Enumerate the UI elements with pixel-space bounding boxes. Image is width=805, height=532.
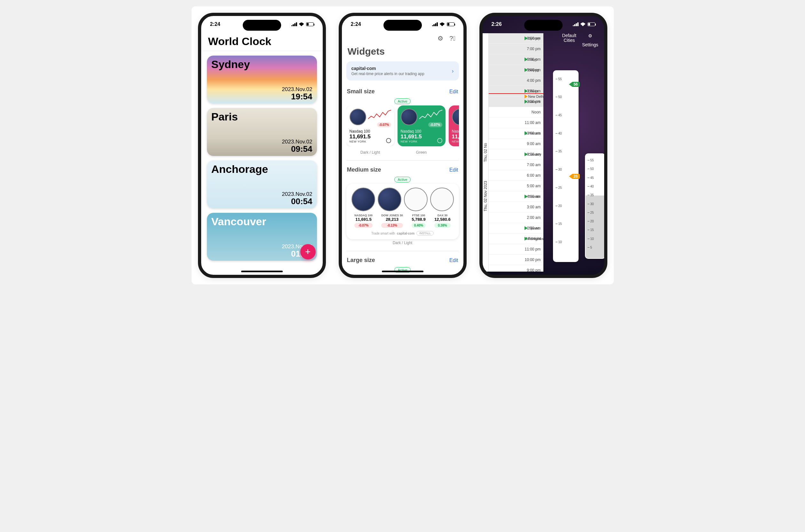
city-time: 19:54 [291, 92, 312, 101]
refresh-icon [437, 138, 442, 143]
index-city: NEW Y [452, 140, 459, 143]
ruler-marker[interactable]: 26 [571, 174, 580, 179]
city-pin[interactable]: Toronto [525, 195, 540, 198]
date-label-upper: Thu, 02 No [482, 33, 489, 271]
settings-button[interactable]: ⚙ Settings [582, 33, 598, 47]
status-time: 2:26 [492, 21, 502, 27]
city-card[interactable]: Paris 2023.Nov.02 09:54 [207, 108, 317, 156]
triangle-icon [525, 89, 528, 93]
wifi-icon [440, 22, 445, 26]
home-indicator[interactable] [382, 271, 423, 272]
index-value: 5,788.9 [411, 217, 425, 222]
phone-world-clock: 2:24 World Clock Sydney 2023.Nov.02 19:5… [198, 13, 326, 278]
ruler-marker[interactable]: 56 [571, 82, 580, 87]
small-size-label: Small size [347, 88, 375, 95]
ruler-small[interactable]: 555045403530252015105 [585, 153, 605, 259]
index-city: NEW YORK [401, 140, 442, 143]
clock-icon [452, 109, 459, 125]
city-pin[interactable]: Dhaka [525, 89, 538, 93]
wifi-icon [581, 22, 586, 26]
time-column[interactable]: Thu, 02 No 8:00 pm7:00 pm6:00 pm5:00 pm4… [482, 33, 543, 271]
small-widget[interactable]: -0.07% Nasdaq 100 11,691.5 NEW YORK [398, 106, 445, 146]
city-cards[interactable]: Sydney 2023.Nov.02 19:54Paris 2023.Nov.0… [201, 51, 323, 270]
clock-icon [351, 188, 375, 211]
notch [524, 20, 563, 31]
date-label-lower: Thu, 02 Nov 2023 [482, 179, 489, 213]
city-pin[interactable]: Sydney [525, 36, 540, 40]
triangle-icon [525, 237, 528, 241]
promo-banner[interactable]: capital·com Get real-time price alerts i… [346, 61, 459, 80]
triangle-icon [525, 36, 528, 40]
current-time-line [489, 93, 543, 94]
ruler-tick: 20 [555, 204, 562, 208]
city-pin[interactable]: Pretoria [525, 131, 541, 135]
ruler-tick: 55 [587, 158, 594, 162]
divider [346, 160, 459, 161]
small-widget[interactable]: Nasdaq 11,691 NEW Y [449, 106, 459, 146]
battery-icon [447, 22, 455, 26]
active-badge: Active [394, 98, 411, 104]
promo-brand: capital·com [351, 66, 452, 71]
ruler-tick: 45 [587, 176, 594, 179]
index-value: 11,691.5 [354, 217, 372, 222]
ruler-large[interactable]: 55504540353025201510 5626 [553, 70, 579, 262]
city-pin[interactable]: Beijing [525, 68, 539, 72]
ruler-tick: 45 [555, 113, 562, 117]
battery-icon [306, 22, 314, 26]
trade-text: Trade smart with [371, 232, 395, 235]
small-widgets-row[interactable]: -0.07% Nasdaq 100 11,691.5 NEW YORK -0.0… [346, 106, 459, 146]
page-title: World Clock [201, 33, 323, 51]
medium-size-label: Medium size [347, 167, 381, 173]
index-value: 11,691.5 [350, 134, 391, 140]
city-pin[interactable]: Conakry [525, 152, 542, 156]
triangle-icon [525, 195, 528, 198]
triangle-icon [525, 152, 528, 156]
index-value: 11,691 [452, 134, 459, 140]
triangle-icon [525, 100, 528, 103]
ruler-tick: 25 [587, 211, 594, 214]
install-button[interactable]: INSTALL [416, 231, 434, 235]
settings-icon[interactable]: ⚙ [437, 35, 444, 42]
phone-timeline: 2:26 Default Cities ⚙ Settings Thu, 02 N… [479, 13, 607, 278]
clock-icon [430, 188, 454, 211]
percent-change: 0.40% [411, 223, 425, 228]
sparkline [419, 109, 442, 121]
status-time: 2:24 [351, 21, 361, 27]
ruler-tick: 50 [587, 167, 594, 171]
clock-icon [401, 109, 417, 125]
city-card[interactable]: Anchorage 2023.Nov.02 00:54 [207, 160, 317, 208]
edit-small-button[interactable]: Edit [450, 89, 458, 95]
city-pin[interactable]: New Delhi [525, 95, 543, 98]
ruler-tick: 55 [555, 77, 562, 81]
small-widget[interactable]: -0.07% Nasdaq 100 11,691.5 NEW YORK [346, 106, 394, 146]
index-name: NASDAQ 100 [354, 214, 372, 217]
percent-change: -0.13% [381, 223, 403, 228]
medium-widget[interactable]: NASDAQ 100 11,691.5 -0.07%DOW JONES 30 2… [346, 184, 459, 239]
city-card[interactable]: Sydney 2023.Nov.02 19:54 [207, 56, 317, 103]
page-title: Widgets [346, 44, 459, 61]
edit-large-button[interactable]: Edit [450, 258, 458, 263]
wifi-icon [299, 22, 304, 26]
add-city-button[interactable]: + [300, 244, 316, 260]
triangle-icon [525, 58, 528, 61]
default-cities-button[interactable]: Default Cities [562, 33, 576, 47]
notch [383, 20, 422, 31]
home-indicator[interactable] [241, 271, 283, 272]
city-pin[interactable]: Fairbanks [525, 237, 543, 241]
ruler-tick: 15 [555, 222, 562, 226]
help-icon[interactable]: ?⃝ [449, 35, 456, 42]
edit-medium-button[interactable]: Edit [450, 167, 458, 173]
ruler-tick: 50 [555, 95, 562, 99]
ruler-tick: 10 [587, 237, 594, 241]
city-time: 09:54 [291, 144, 312, 154]
index-name: DAX 30 [434, 214, 451, 217]
city-name: Anchorage [212, 163, 268, 175]
widget-caption: Green [398, 149, 445, 160]
ruler-tick: 35 [587, 193, 594, 197]
city-pin[interactable]: Karachi [525, 100, 540, 103]
city-pin[interactable]: Tokyo [525, 58, 537, 61]
city-pin[interactable]: Tijuana [525, 226, 540, 230]
ruler-tick: 15 [587, 228, 594, 232]
status-time: 2:24 [210, 21, 220, 27]
clock-icon [378, 188, 401, 211]
